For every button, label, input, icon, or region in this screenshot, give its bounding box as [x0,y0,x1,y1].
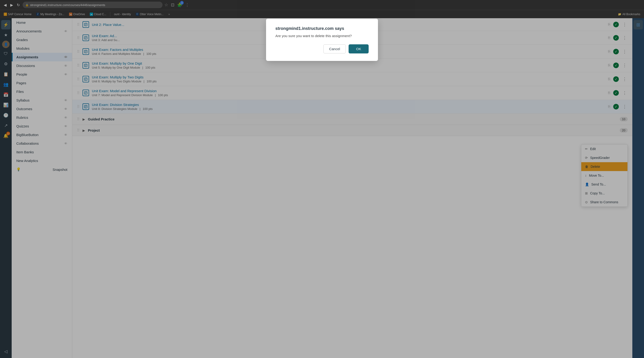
dialog-ok-button[interactable]: OK [348,44,369,54]
dialog-actions: Cancel OK [275,44,369,54]
dialog-box: strongmind1.instructure.com says Are you… [266,19,378,61]
dialog-title: strongmind1.instructure.com says [275,26,369,31]
dialog-message: Are you sure you want to delete this ass… [275,34,369,38]
dialog-cancel-button[interactable]: Cancel [324,44,346,54]
dialog-overlay: strongmind1.instructure.com says Are you… [0,0,644,358]
